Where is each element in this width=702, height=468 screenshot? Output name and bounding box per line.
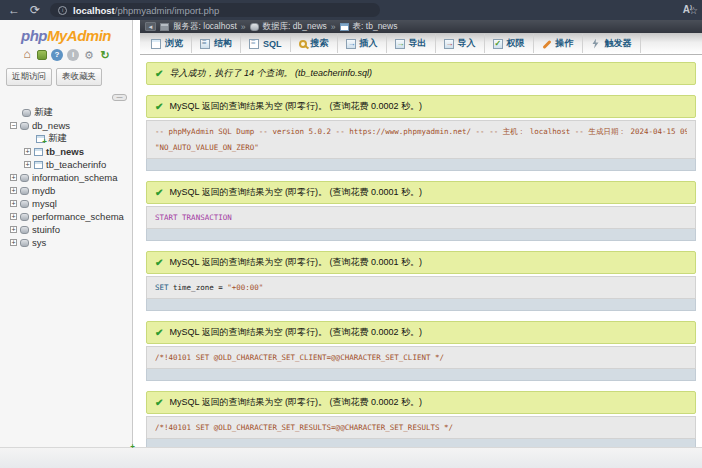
- result-block-set-timezone: ✔ MySQL 返回的查询结果为空 (即零行)。 (查询花费 0.0001 秒。…: [146, 251, 696, 311]
- import-icon: [444, 39, 454, 49]
- recent-tables-button[interactable]: 近期访问: [6, 68, 52, 86]
- panel-collapse-handle[interactable]: —: [112, 94, 127, 101]
- sidebar-quick-buttons: 近期访问 表收藏夹: [0, 66, 132, 90]
- operations-icon: [542, 39, 552, 49]
- phpmyadmin-logo[interactable]: phpMyAdmin: [0, 24, 132, 46]
- tab-import[interactable]: 导入: [436, 34, 485, 53]
- tree-item-new-database[interactable]: 新建: [0, 106, 132, 119]
- tree-item-stuinfo[interactable]: + stuinfo: [0, 223, 132, 236]
- tree-item-new-table[interactable]: 新建: [0, 132, 132, 145]
- expand-expander-icon[interactable]: +: [24, 161, 31, 168]
- browser-refresh-button[interactable]: ⟳: [30, 0, 40, 20]
- tab-privileges[interactable]: 权限: [485, 34, 534, 53]
- tab-insert[interactable]: 插入: [338, 34, 387, 53]
- new-table-icon: [36, 135, 45, 143]
- browser-chrome: ← ⟳ i localhost/phpmyadmin/import.php A)…: [0, 0, 702, 20]
- result-block-dump-header: ✔ MySQL 返回的查询结果为空 (即零行)。 (查询花费 0.0002 秒。…: [146, 95, 696, 171]
- sql-keyword-doc-link[interactable]: SET: [155, 283, 169, 292]
- breadcrumb-database[interactable]: 数据库: db_news: [263, 21, 327, 33]
- logout-icon[interactable]: [37, 50, 47, 60]
- success-message: ✔ MySQL 返回的查询结果为空 (即零行)。 (查询花费 0.0002 秒。…: [146, 391, 696, 414]
- export-icon: [395, 39, 405, 49]
- table-icon: [34, 148, 43, 156]
- expand-expander-icon[interactable]: +: [10, 239, 17, 246]
- expand-expander-icon[interactable]: +: [10, 187, 17, 194]
- breadcrumb: ◄ 服务器: localhost » 数据库: db_news » 表: tb_…: [140, 20, 702, 33]
- breadcrumb-server[interactable]: 服务器: localhost: [173, 21, 237, 33]
- desktop-background: [0, 447, 702, 468]
- home-icon[interactable]: ⌂: [21, 49, 33, 61]
- result-block-charset-client: ✔ MySQL 返回的查询结果为空 (即零行)。 (查询花费 0.0002 秒。…: [146, 321, 696, 381]
- table-icon: [34, 161, 43, 169]
- table-icon: [340, 23, 349, 31]
- panel-splitter[interactable]: [133, 20, 140, 447]
- check-icon: ✔: [155, 258, 163, 268]
- help-icon[interactable]: ?: [51, 49, 63, 61]
- nav-panel-toggle-icon[interactable]: ◄: [145, 22, 156, 31]
- sql-icon: [249, 39, 259, 49]
- reload-navigation-icon[interactable]: ↻: [99, 49, 111, 61]
- result-block-import-success: ✔ 导入成功，执行了 14 个查询。 (tb_teacherinfo.sql): [146, 62, 696, 85]
- sql-query-box: START TRANSACTION: [146, 206, 696, 229]
- site-info-icon[interactable]: i: [58, 6, 67, 15]
- database-icon: [20, 174, 29, 182]
- sidebar-nav-icons: ⌂ ? i ⚙ ↻: [0, 46, 132, 66]
- query-footer: [146, 159, 696, 171]
- tree-item-mydb[interactable]: + mydb: [0, 184, 132, 197]
- expand-expander-icon[interactable]: +: [10, 213, 17, 220]
- sql-query-box: -- phpMyAdmin SQL Dump -- version 5.0.2 …: [146, 120, 696, 159]
- favorite-tables-button[interactable]: 表收藏夹: [56, 68, 102, 86]
- expand-expander-icon[interactable]: +: [24, 148, 31, 155]
- database-icon: [20, 213, 29, 221]
- collapse-expander-icon[interactable]: −: [10, 122, 17, 129]
- url-path: /phpmyadmin/import.php: [115, 5, 220, 16]
- tab-structure[interactable]: 结构: [192, 34, 241, 53]
- tab-triggers[interactable]: 触发器: [583, 34, 641, 53]
- expand-expander-icon[interactable]: +: [10, 174, 17, 181]
- query-footer: [146, 299, 696, 311]
- database-icon: [20, 226, 29, 234]
- tab-browse[interactable]: 浏览: [143, 34, 192, 53]
- insert-icon: [346, 39, 356, 49]
- tab-export[interactable]: 导出: [387, 34, 436, 53]
- screen: ← ⟳ i localhost/phpmyadmin/import.php A)…: [0, 0, 702, 468]
- url-text: localhost/phpmyadmin/import.php: [73, 5, 219, 16]
- navigation-sidebar: phpMyAdmin ⌂ ? i ⚙ ↻ 近期访问 表收藏夹 — 新建: [0, 20, 133, 447]
- database-tree: 新建 − db_news 新建 + tb_news: [0, 106, 132, 249]
- breadcrumb-table[interactable]: 表: tb_news: [353, 21, 398, 33]
- tree-item-sys[interactable]: + sys: [0, 236, 132, 249]
- check-icon: ✔: [155, 102, 163, 112]
- tree-item-db-news[interactable]: − db_news: [0, 119, 132, 132]
- tree-item-tb-teacherinfo[interactable]: + tb_teacherinfo: [0, 158, 132, 171]
- browser-extra-icon[interactable]: ☆: [689, 5, 698, 16]
- success-message: ✔ 导入成功，执行了 14 个查询。 (tb_teacherinfo.sql): [146, 62, 696, 85]
- structure-icon: [200, 39, 210, 49]
- address-bar[interactable]: i localhost/phpmyadmin/import.php: [50, 3, 380, 17]
- result-block-start-transaction: ✔ MySQL 返回的查询结果为空 (即零行)。 (查询花费 0.0001 秒。…: [146, 181, 696, 241]
- expand-expander-icon[interactable]: +: [10, 226, 17, 233]
- sql-query-box: SET time_zone = "+00:00": [146, 276, 696, 299]
- tab-search[interactable]: 搜索: [291, 34, 338, 53]
- triggers-icon: [591, 39, 601, 49]
- success-message: ✔ MySQL 返回的查询结果为空 (即零行)。 (查询花费 0.0001 秒。…: [146, 181, 696, 204]
- expand-expander-icon[interactable]: +: [10, 200, 17, 207]
- tree-item-tb-news[interactable]: + tb_news: [0, 145, 132, 158]
- documentation-icon[interactable]: i: [67, 49, 79, 61]
- success-message: ✔ MySQL 返回的查询结果为空 (即零行)。 (查询花费 0.0002 秒。…: [146, 321, 696, 344]
- settings-gear-icon[interactable]: ⚙: [83, 49, 95, 61]
- tab-sql[interactable]: SQL: [241, 36, 291, 52]
- tree-item-information-schema[interactable]: + information_schema: [0, 171, 132, 184]
- main-panel: ◄ 服务器: localhost » 数据库: db_news » 表: tb_…: [140, 20, 702, 447]
- check-icon: ✔: [155, 69, 163, 79]
- sql-query-box: /*!40101 SET @OLD_CHARACTER_SET_CLIENT=@…: [146, 346, 696, 369]
- success-message: ✔ MySQL 返回的查询结果为空 (即零行)。 (查询花费 0.0001 秒。…: [146, 251, 696, 274]
- tree-item-performance-schema[interactable]: + performance_schema: [0, 210, 132, 223]
- browser-toolbar-right: A) ☆: [683, 0, 692, 20]
- browse-icon: [151, 39, 161, 49]
- tab-operations[interactable]: 操作: [534, 34, 583, 53]
- tree-item-mysql[interactable]: + mysql: [0, 197, 132, 210]
- search-icon: [299, 40, 307, 48]
- import-results: ✔ 导入成功，执行了 14 个查询。 (tb_teacherinfo.sql) …: [140, 55, 702, 447]
- browser-back-button[interactable]: ←: [8, 0, 20, 20]
- database-icon: [20, 239, 29, 247]
